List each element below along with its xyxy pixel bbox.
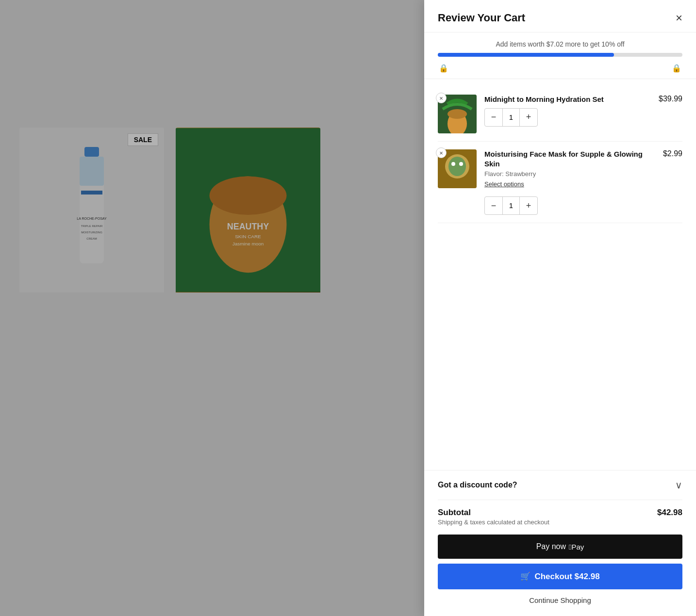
cart-checkout-icon: 🛒 [520, 571, 530, 582]
cart-item-1-details: Midnight to Morning Hydration Set − 1 + [484, 95, 651, 133]
lock-icon-left: 🔒 [439, 64, 448, 73]
pay-now-label: Pay now [536, 542, 566, 551]
cart-item-1-quantity: − 1 + [484, 108, 538, 127]
discount-bar-section: Add items worth $7.02 more to get 10% of… [424, 32, 696, 79]
cart-item-2-quantity: − 1 + [484, 196, 538, 215]
subtotal-row: Subtotal Shipping & taxes calculated at … [438, 500, 682, 528]
svg-point-23 [451, 162, 455, 166]
qty-value-1: 1 [502, 109, 520, 126]
remove-item-1-button[interactable]: × [436, 93, 447, 103]
cart-items-list: × Midnight to Morning Hydration Set − 1 … [424, 79, 696, 470]
chevron-down-icon: ∨ [675, 479, 682, 491]
cart-item-1-name: Midnight to Morning Hydration Set [484, 95, 651, 104]
discount-progress-bar [438, 53, 682, 57]
decrease-qty-2-button[interactable]: − [485, 197, 502, 214]
cart-footer: Got a discount code? ∨ Subtotal Shipping… [424, 470, 696, 616]
cart-item-2-price: $2.99 [663, 149, 682, 215]
apple-pay-icon: Pay [569, 543, 584, 551]
lock-icon-right: 🔒 [672, 64, 681, 73]
shipping-note: Shipping & taxes calculated at checkout [438, 519, 549, 526]
select-options-link[interactable]: Select options [484, 180, 524, 188]
cart-title: Review Your Cart [438, 12, 525, 24]
cart-item-2-flavor: Flavor: Strawberry [484, 170, 655, 178]
cart-item-2-details: Moisturising Face Mask for Supple & Glow… [484, 149, 655, 215]
discount-message: Add items worth $7.02 more to get 10% of… [438, 40, 682, 48]
remove-item-2-button[interactable]: × [436, 147, 447, 158]
checkout-label: Checkout $42.98 [534, 572, 599, 582]
increase-qty-1-button[interactable]: + [520, 109, 537, 126]
qty-value-2: 1 [502, 197, 520, 214]
progress-bar-fill [438, 53, 614, 57]
pay-now-button[interactable]: Pay now Pay [438, 535, 682, 559]
subtotal-amount: $42.98 [657, 508, 682, 518]
cart-item-1: × Midnight to Morning Hydration Set − 1 … [438, 87, 682, 142]
subtotal-label: Subtotal [438, 508, 549, 518]
discount-code-row[interactable]: Got a discount code? ∨ [438, 470, 682, 500]
decrease-qty-1-button[interactable]: − [485, 109, 502, 126]
cart-item-2-name: Moisturising Face Mask for Supple & Glow… [484, 149, 655, 168]
cart-item-2: × Moisturising Face Mask for Supple & Gl… [438, 142, 682, 223]
continue-shopping-link[interactable]: Continue Shopping [438, 589, 682, 606]
close-cart-button[interactable]: × [676, 12, 682, 24]
cart-header: Review Your Cart × [424, 0, 696, 32]
cart-item-1-price: $39.99 [659, 95, 682, 133]
svg-point-22 [448, 157, 466, 176]
discount-code-label: Got a discount code? [438, 481, 517, 489]
svg-point-24 [459, 162, 463, 166]
svg-point-19 [447, 109, 467, 119]
increase-qty-2-button[interactable]: + [520, 197, 537, 214]
checkout-button[interactable]: 🛒 Checkout $42.98 [438, 564, 682, 589]
lock-icons: 🔒 🔒 [438, 64, 682, 73]
cart-panel: Review Your Cart × Add items worth $7.02… [424, 0, 696, 616]
